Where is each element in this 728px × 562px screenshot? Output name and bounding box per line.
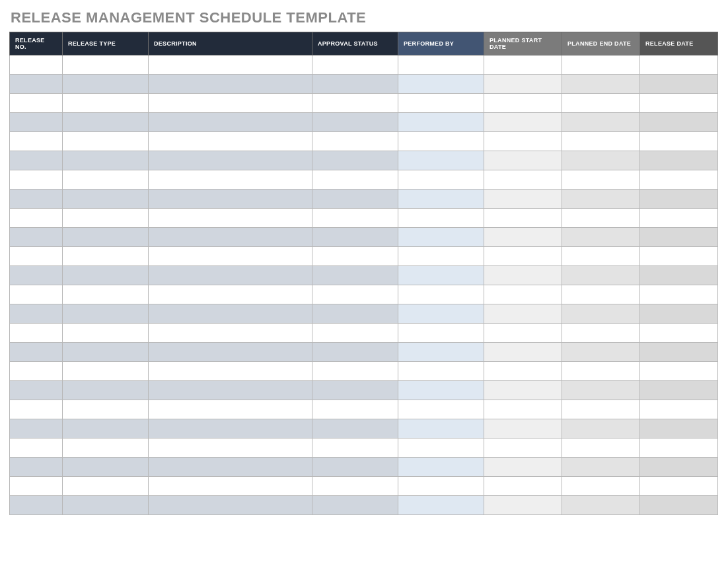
cell-planned-start-date[interactable] xyxy=(484,458,562,477)
cell-planned-end-date[interactable] xyxy=(562,285,640,304)
cell-release-date[interactable] xyxy=(640,209,718,228)
cell-planned-start-date[interactable] xyxy=(484,324,562,343)
cell-planned-start-date[interactable] xyxy=(484,75,562,94)
cell-release-date[interactable] xyxy=(640,266,718,285)
cell-description[interactable] xyxy=(149,228,312,247)
cell-planned-end-date[interactable] xyxy=(562,228,640,247)
cell-planned-start-date[interactable] xyxy=(484,132,562,151)
cell-performed-by[interactable] xyxy=(398,381,484,400)
cell-release-no[interactable] xyxy=(10,55,63,75)
cell-planned-end-date[interactable] xyxy=(562,132,640,151)
cell-planned-start-date[interactable] xyxy=(484,228,562,247)
cell-release-type[interactable] xyxy=(63,190,149,209)
cell-release-type[interactable] xyxy=(63,285,149,304)
cell-release-date[interactable] xyxy=(640,304,718,324)
cell-planned-end-date[interactable] xyxy=(562,343,640,362)
cell-release-no[interactable] xyxy=(10,151,63,170)
cell-release-no[interactable] xyxy=(10,477,63,496)
cell-planned-end-date[interactable] xyxy=(562,113,640,132)
cell-planned-start-date[interactable] xyxy=(484,55,562,75)
cell-performed-by[interactable] xyxy=(398,228,484,247)
cell-planned-end-date[interactable] xyxy=(562,439,640,458)
cell-release-date[interactable] xyxy=(640,94,718,113)
cell-performed-by[interactable] xyxy=(398,151,484,170)
cell-approval-status[interactable] xyxy=(312,132,398,151)
cell-release-type[interactable] xyxy=(63,113,149,132)
cell-release-type[interactable] xyxy=(63,324,149,343)
cell-performed-by[interactable] xyxy=(398,55,484,75)
cell-planned-start-date[interactable] xyxy=(484,209,562,228)
cell-planned-end-date[interactable] xyxy=(562,304,640,324)
cell-approval-status[interactable] xyxy=(312,496,398,515)
cell-release-no[interactable] xyxy=(10,400,63,419)
cell-release-type[interactable] xyxy=(63,477,149,496)
cell-approval-status[interactable] xyxy=(312,400,398,419)
cell-release-date[interactable] xyxy=(640,419,718,439)
cell-description[interactable] xyxy=(149,496,312,515)
cell-planned-end-date[interactable] xyxy=(562,151,640,170)
cell-release-no[interactable] xyxy=(10,132,63,151)
cell-release-no[interactable] xyxy=(10,343,63,362)
cell-release-type[interactable] xyxy=(63,94,149,113)
cell-release-no[interactable] xyxy=(10,362,63,381)
cell-approval-status[interactable] xyxy=(312,381,398,400)
cell-release-no[interactable] xyxy=(10,304,63,324)
cell-performed-by[interactable] xyxy=(398,362,484,381)
cell-planned-start-date[interactable] xyxy=(484,343,562,362)
cell-release-no[interactable] xyxy=(10,209,63,228)
cell-release-date[interactable] xyxy=(640,132,718,151)
cell-release-type[interactable] xyxy=(63,304,149,324)
cell-approval-status[interactable] xyxy=(312,343,398,362)
cell-description[interactable] xyxy=(149,151,312,170)
cell-approval-status[interactable] xyxy=(312,304,398,324)
cell-planned-end-date[interactable] xyxy=(562,324,640,343)
cell-description[interactable] xyxy=(149,439,312,458)
cell-planned-start-date[interactable] xyxy=(484,439,562,458)
cell-release-no[interactable] xyxy=(10,170,63,190)
cell-performed-by[interactable] xyxy=(398,343,484,362)
cell-planned-end-date[interactable] xyxy=(562,477,640,496)
cell-release-no[interactable] xyxy=(10,190,63,209)
cell-performed-by[interactable] xyxy=(398,477,484,496)
cell-description[interactable] xyxy=(149,75,312,94)
cell-description[interactable] xyxy=(149,324,312,343)
cell-description[interactable] xyxy=(149,400,312,419)
cell-approval-status[interactable] xyxy=(312,113,398,132)
cell-release-type[interactable] xyxy=(63,381,149,400)
cell-release-date[interactable] xyxy=(640,55,718,75)
cell-release-date[interactable] xyxy=(640,285,718,304)
cell-release-type[interactable] xyxy=(63,419,149,439)
cell-planned-start-date[interactable] xyxy=(484,266,562,285)
cell-performed-by[interactable] xyxy=(398,190,484,209)
cell-planned-end-date[interactable] xyxy=(562,266,640,285)
cell-release-no[interactable] xyxy=(10,285,63,304)
cell-release-no[interactable] xyxy=(10,113,63,132)
cell-release-date[interactable] xyxy=(640,343,718,362)
cell-planned-end-date[interactable] xyxy=(562,209,640,228)
cell-planned-start-date[interactable] xyxy=(484,381,562,400)
cell-performed-by[interactable] xyxy=(398,209,484,228)
cell-release-date[interactable] xyxy=(640,228,718,247)
cell-planned-start-date[interactable] xyxy=(484,285,562,304)
cell-release-no[interactable] xyxy=(10,381,63,400)
cell-release-type[interactable] xyxy=(63,151,149,170)
cell-performed-by[interactable] xyxy=(398,458,484,477)
cell-planned-start-date[interactable] xyxy=(484,419,562,439)
cell-planned-start-date[interactable] xyxy=(484,477,562,496)
cell-release-no[interactable] xyxy=(10,75,63,94)
cell-planned-end-date[interactable] xyxy=(562,362,640,381)
cell-release-date[interactable] xyxy=(640,151,718,170)
cell-description[interactable] xyxy=(149,247,312,266)
cell-planned-end-date[interactable] xyxy=(562,419,640,439)
cell-description[interactable] xyxy=(149,304,312,324)
cell-planned-start-date[interactable] xyxy=(484,362,562,381)
cell-release-date[interactable] xyxy=(640,381,718,400)
cell-performed-by[interactable] xyxy=(398,285,484,304)
cell-planned-end-date[interactable] xyxy=(562,75,640,94)
cell-release-type[interactable] xyxy=(63,266,149,285)
cell-approval-status[interactable] xyxy=(312,266,398,285)
cell-approval-status[interactable] xyxy=(312,439,398,458)
cell-planned-end-date[interactable] xyxy=(562,400,640,419)
cell-description[interactable] xyxy=(149,94,312,113)
cell-release-type[interactable] xyxy=(63,439,149,458)
